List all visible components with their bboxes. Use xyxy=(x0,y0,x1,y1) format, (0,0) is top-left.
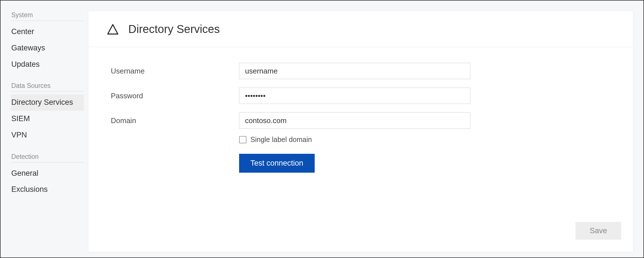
page-title: Directory Services xyxy=(128,23,220,35)
sidebar-item-general[interactable]: General xyxy=(11,165,84,182)
form-row-password: Password xyxy=(111,88,617,104)
sidebar-section-label: Detection xyxy=(11,153,84,163)
sidebar-section-detection: Detection General Exclusions xyxy=(11,153,84,198)
sidebar: System Center Gateways Updates Data Sour… xyxy=(1,1,88,257)
panel-body: Username Password Domain Single label do… xyxy=(88,47,633,173)
domain-label: Domain xyxy=(111,116,239,125)
password-label: Password xyxy=(111,92,239,100)
sidebar-item-updates[interactable]: Updates xyxy=(11,56,84,73)
form-row-username: Username xyxy=(111,63,617,79)
sidebar-item-center[interactable]: Center xyxy=(11,24,84,40)
domain-input[interactable] xyxy=(239,112,470,129)
single-label-domain-label: Single label domain xyxy=(250,135,312,144)
username-input[interactable] xyxy=(239,63,470,79)
sidebar-section-system: System Center Gateways Updates xyxy=(11,11,84,72)
sidebar-section-label: Data Sources xyxy=(11,82,84,92)
sidebar-item-directory-services[interactable]: Directory Services xyxy=(11,94,84,111)
settings-panel: Directory Services Username Password Dom… xyxy=(88,11,633,252)
panel-header: Directory Services xyxy=(88,11,633,47)
sidebar-item-siem[interactable]: SIEM xyxy=(11,111,84,127)
sidebar-item-vpn[interactable]: VPN xyxy=(11,127,84,143)
test-connection-row: Test connection xyxy=(239,154,617,173)
form-row-domain: Domain xyxy=(111,112,617,129)
warning-triangle-icon xyxy=(107,23,119,35)
sidebar-item-gateways[interactable]: Gateways xyxy=(11,40,84,56)
save-button[interactable]: Save xyxy=(575,222,621,240)
password-input[interactable] xyxy=(239,88,470,104)
single-label-domain-row: Single label domain xyxy=(239,135,617,144)
sidebar-section-label: System xyxy=(11,11,84,21)
sidebar-section-data-sources: Data Sources Directory Services SIEM VPN xyxy=(11,82,84,143)
username-label: Username xyxy=(111,67,239,75)
single-label-domain-checkbox[interactable] xyxy=(239,136,246,143)
sidebar-item-exclusions[interactable]: Exclusions xyxy=(11,181,84,198)
test-connection-button[interactable]: Test connection xyxy=(239,154,315,173)
main-content: Directory Services Username Password Dom… xyxy=(88,1,643,257)
